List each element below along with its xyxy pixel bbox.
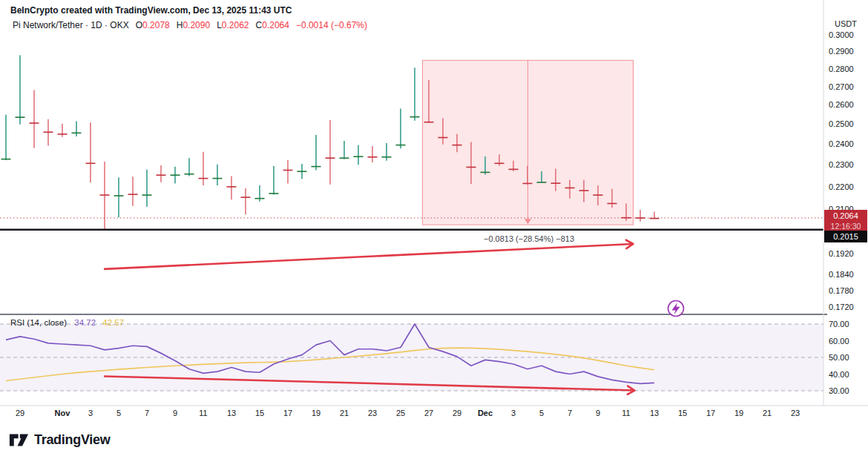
price-tick-label: 0.1840 (829, 270, 854, 279)
candle-body (241, 196, 251, 198)
time-tick-label: 19 (734, 409, 743, 417)
candle-body (157, 174, 166, 176)
candle-body (453, 145, 462, 146)
ohlc-h: H0.2090 (177, 20, 210, 30)
time-tick-label: 15 (255, 409, 264, 417)
candle-body (565, 188, 575, 189)
horizontal-line-badge: 0.2015 (824, 231, 867, 242)
time-tick-label: 21 (340, 409, 349, 417)
time-tick-label: 29 (16, 409, 24, 417)
ohlc-values: O0.2078H0.2090L0.2062C0.2064 (129, 20, 289, 30)
time-tick-label: 29 (453, 409, 461, 417)
price-tick-label: 0.2700 (829, 82, 854, 91)
time-tick-label: 3 (88, 409, 93, 417)
candle-body (30, 122, 39, 124)
candle-body (467, 167, 476, 168)
tradingview-chart-window: BeInCrypto created with TradingView.com,… (0, 0, 868, 456)
candle-body (255, 198, 265, 199)
candle-body (354, 156, 364, 157)
candle-body (199, 178, 208, 179)
candle-body (16, 116, 25, 118)
price-axis-unit: USDT (823, 19, 868, 28)
time-tick-label: 9 (173, 409, 177, 417)
tradingview-branding[interactable]: TradingView (9, 432, 110, 448)
candle-body (608, 203, 617, 205)
candle-body (185, 174, 194, 175)
candle-body (128, 194, 138, 195)
symbol-legend[interactable]: Pi Network/Tether · 1D · OKX O0.2078H0.2… (13, 20, 367, 30)
rsi-indicator-name[interactable]: RSI (14, close) (10, 318, 67, 327)
price-tick-label: 0.1720 (829, 303, 854, 311)
candle-body (86, 163, 96, 165)
measurement-label: −0.0813 (−28.54%) −813 (444, 234, 614, 243)
rsi-tick-label: 50.00 (829, 353, 849, 362)
price-tick-label: 0.2400 (829, 139, 854, 148)
time-tick-label: 17 (283, 409, 292, 417)
candle-body (537, 182, 547, 183)
time-tick-label: 11 (199, 409, 207, 417)
price-tick-label: 0.1920 (829, 249, 854, 258)
time-tick-label: 23 (368, 409, 377, 417)
rsi-value: 34.72 (74, 318, 96, 327)
tradingview-logo-icon (9, 433, 29, 447)
candle-body (326, 157, 335, 159)
bar-countdown: 12:16:30 (824, 221, 867, 231)
candle-body (622, 217, 631, 219)
candle-body (579, 190, 589, 191)
candle-body (114, 195, 124, 196)
candle-body (213, 178, 223, 179)
time-tick-label: 7 (568, 409, 572, 417)
price-tick-label: 0.2800 (829, 65, 854, 73)
price-tick-label: 0.2200 (829, 182, 854, 191)
time-tick-label: 17 (706, 409, 715, 417)
tradingview-logo-text: TradingView (34, 432, 110, 448)
price-tick-label: 0.1780 (829, 286, 854, 295)
candle-body (481, 172, 490, 174)
time-tick-label: 21 (763, 409, 772, 417)
time-tick-label: 15 (678, 409, 687, 417)
rsi-tick-label: 70.00 (829, 320, 849, 328)
candle-body (495, 163, 504, 165)
time-tick-label: 7 (145, 409, 149, 417)
candle-body (44, 131, 53, 133)
time-tick-label: 5 (116, 409, 121, 417)
ohlc-o: O0.2078 (136, 20, 170, 30)
last-price-value: 0.2064 (824, 211, 867, 221)
candle-body (438, 137, 448, 139)
candle-body (142, 194, 152, 196)
time-tick-label: 27 (424, 409, 433, 417)
time-tick-label: 23 (791, 409, 800, 417)
time-tick-label: 9 (596, 409, 600, 417)
rsi-tick-label: 60.00 (829, 337, 849, 346)
last-price-badge: 0.2064 12:16:30 (824, 210, 867, 232)
candle-body (523, 183, 533, 185)
candle-body (297, 171, 307, 172)
candle-body (382, 156, 392, 158)
candle-body (171, 174, 180, 176)
time-tick-label: Nov (55, 409, 70, 417)
candle-body (509, 169, 519, 171)
candle-body (594, 194, 603, 196)
ohlc-l: L0.2062 (217, 20, 249, 30)
time-tick-label: 19 (312, 409, 320, 417)
chart-canvas[interactable] (0, 0, 868, 456)
time-tick-label: 3 (511, 409, 516, 417)
candle-body (636, 217, 645, 219)
symbol-title[interactable]: Pi Network/Tether · 1D · OKX (13, 20, 129, 30)
candle-body (424, 122, 434, 123)
candle-body (1, 159, 11, 160)
candle-body (410, 116, 420, 118)
candle-body (100, 194, 110, 196)
candle-body (551, 182, 561, 184)
time-tick-label: 5 (539, 409, 544, 417)
candle-body (269, 193, 279, 194)
rsi-legend[interactable]: RSI (14, close) 34.72 42.57 (10, 318, 124, 327)
time-tick-label: 25 (396, 409, 405, 417)
candle-body (396, 145, 406, 146)
time-tick-label: 13 (227, 409, 236, 417)
price-tick-label: 0.2900 (829, 47, 854, 56)
ohlc-c: C0.2064 (256, 20, 289, 30)
time-tick-label: 11 (622, 409, 630, 417)
rsi-ma-value: 42.57 (102, 318, 124, 327)
price-trend-arrow[interactable] (104, 244, 633, 269)
